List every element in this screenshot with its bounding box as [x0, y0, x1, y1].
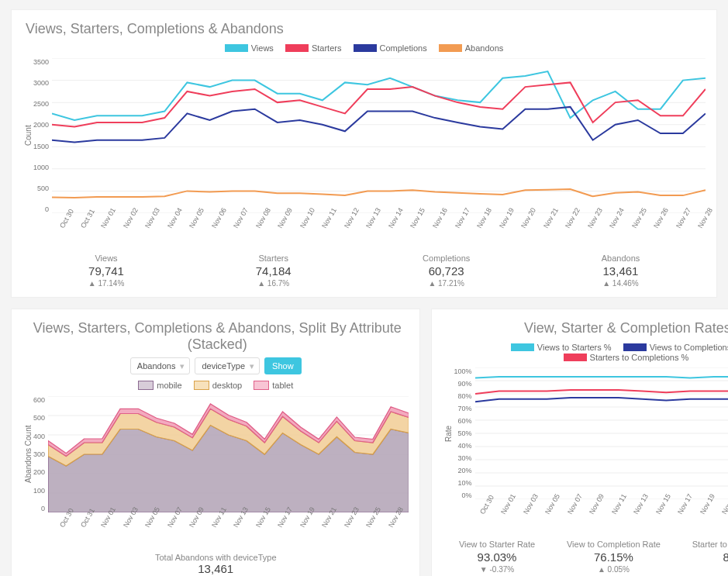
chart3-yaxis: 100%90%80%70%60%50%40%30%20%10%0%	[454, 367, 474, 499]
rate-starter-completion: Starter to Completion Rate 81.85% ▲ 0.43…	[692, 540, 728, 574]
chart1-plot[interactable]	[52, 58, 706, 213]
chart3-totals: View to Starter Rate 93.03% ▼ -0.37% Vie…	[443, 540, 728, 574]
legend-item[interactable]: Views	[225, 43, 274, 53]
chart1-legend: Views Starters Completions Abandons	[22, 42, 706, 58]
show-button[interactable]: Show	[264, 357, 302, 374]
select-metric[interactable]: Abandons	[130, 357, 191, 374]
chart1-ylabel: Count	[22, 58, 33, 213]
card-main-counts: Views, Starters, Completions & Abandons …	[11, 9, 717, 298]
legend-item[interactable]: Starters	[285, 43, 342, 53]
legend-item[interactable]: Starters to Completions %	[564, 353, 689, 362]
select-attribute[interactable]: deviceType	[195, 357, 260, 374]
chart2-xaxis: Oct 30Oct 31Nov 01Nov 03Nov 05Nov 07Nov …	[58, 514, 409, 533]
total-views: Views 79,741 ▲ 17.14%	[88, 254, 125, 288]
card-split-by-attribute: Views, Starters, Completions & Abandons,…	[11, 309, 420, 576]
card-rates: View, Starter & Completion Rates Views t…	[431, 309, 728, 576]
chart2-title: Views, Starters, Completions & Abandons,…	[26, 320, 409, 353]
chart2-total: Total Abandons with deviceType 13,461 ▲ …	[22, 553, 409, 576]
rate-view-starter: View to Starter Rate 93.03% ▼ -0.37%	[459, 540, 535, 574]
legend-item[interactable]: Abandons	[439, 43, 504, 53]
chart2-controls: Abandons deviceType Show	[22, 357, 409, 374]
legend-item[interactable]: Views to Starters %	[511, 343, 612, 352]
chart2-plot[interactable]	[48, 396, 409, 512]
legend-item[interactable]: desktop	[194, 381, 243, 390]
rate-view-completion: View to Completion Rate 76.15% ▲ 0.05%	[567, 540, 661, 574]
chart2-ylabel: Abandons Count	[22, 396, 33, 512]
chart3-plot[interactable]	[475, 367, 729, 499]
chart3-title: View, Starter & Completion Rates	[446, 320, 728, 336]
chart1-title: Views, Starters, Completions & Abandons	[26, 21, 706, 37]
legend-item[interactable]: Completions	[354, 43, 427, 53]
total-starters: Starters 74,184 ▲ 16.7%	[256, 254, 292, 288]
legend-item[interactable]: tablet	[254, 381, 293, 390]
chart3-xaxis: Oct 30Nov 01Nov 03Nov 05Nov 07Nov 09Nov …	[478, 501, 728, 519]
legend-item[interactable]: mobile	[138, 381, 181, 390]
chart2-yaxis: 6005004003002001000	[33, 396, 48, 512]
chart1-yaxis: 3500300025002000150010005000	[33, 58, 52, 213]
total-completions: Completions 60,723 ▲ 17.21%	[423, 254, 470, 288]
chart2-legend: mobile desktop tablet	[22, 379, 409, 396]
chart1-xaxis: Oct 30Oct 31Nov 01Nov 02Nov 03Nov 04Nov …	[58, 215, 706, 233]
total-abandons: Abandons 13,461 ▲ 14.46%	[602, 254, 640, 288]
chart3-ylabel: Rate	[443, 367, 454, 499]
legend-item[interactable]: Views to Completions %	[623, 343, 728, 352]
chart3-legend: Views to Starters % Views to Completions…	[443, 341, 728, 367]
chart1-totals: Views 79,741 ▲ 17.14% Starters 74,184 ▲ …	[22, 254, 706, 288]
